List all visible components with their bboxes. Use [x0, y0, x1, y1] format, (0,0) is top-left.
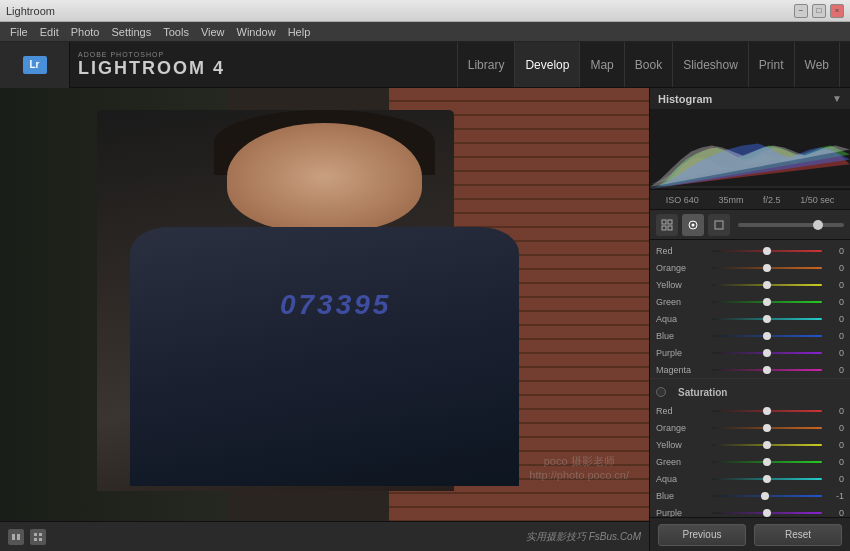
- window-title: Lightroom: [6, 5, 794, 17]
- grid-icon[interactable]: [30, 529, 46, 545]
- sat-purple-label: Purple: [656, 508, 708, 518]
- sat-orange-label: Orange: [656, 423, 708, 433]
- sat-orange-track[interactable]: [712, 427, 822, 429]
- previous-button[interactable]: Previous: [658, 524, 746, 546]
- tab-slideshow[interactable]: Slideshow: [673, 42, 749, 87]
- focal-info: 35mm: [718, 195, 743, 205]
- sat-red-track[interactable]: [712, 410, 822, 412]
- panel-footer: Previous Reset: [650, 517, 850, 551]
- saturation-toggle[interactable]: [656, 387, 666, 397]
- menu-window[interactable]: Window: [231, 26, 282, 38]
- sat-purple-track[interactable]: [712, 512, 822, 514]
- tools-slider[interactable]: [738, 223, 844, 227]
- hue-purple-row: Purple 0: [650, 344, 850, 361]
- iso-info: ISO 640: [666, 195, 699, 205]
- hue-purple-value: 0: [826, 348, 844, 358]
- hue-blue-row: Blue 0: [650, 327, 850, 344]
- svg-rect-8: [668, 220, 672, 224]
- aperture-info: f/2.5: [763, 195, 781, 205]
- tool-circle[interactable]: [682, 214, 704, 236]
- hue-aqua-value: 0: [826, 314, 844, 324]
- menu-tools[interactable]: Tools: [157, 26, 195, 38]
- menu-help[interactable]: Help: [282, 26, 317, 38]
- bottom-watermark: 实用摄影技巧 FsBus.CoM: [526, 530, 641, 544]
- tool-square[interactable]: [708, 214, 730, 236]
- menu-file[interactable]: File: [4, 26, 34, 38]
- hue-purple-track[interactable]: [712, 352, 822, 354]
- hue-red-label: Red: [656, 246, 708, 256]
- sat-aqua-track[interactable]: [712, 478, 822, 480]
- sat-green-row: Green 0: [650, 453, 850, 470]
- hue-blue-track[interactable]: [712, 335, 822, 337]
- svg-rect-4: [34, 538, 37, 541]
- menu-view[interactable]: View: [195, 26, 231, 38]
- hue-red-row: Red 0: [650, 242, 850, 259]
- tab-book[interactable]: Book: [625, 42, 673, 87]
- histogram-header[interactable]: Histogram ▼: [650, 88, 850, 110]
- sat-red-label: Red: [656, 406, 708, 416]
- sat-yellow-row: Yellow 0: [650, 436, 850, 453]
- hue-aqua-track[interactable]: [712, 318, 822, 320]
- svg-point-12: [692, 223, 695, 226]
- photo-area: 073395 poco 摄影老师 http://photo.poco.cn/ 实…: [0, 88, 650, 551]
- hue-yellow-value: 0: [826, 280, 844, 290]
- close-button[interactable]: ×: [830, 4, 844, 18]
- nav-tabs: Library Develop Map Book Slideshow Print…: [457, 42, 850, 87]
- sat-blue-row: Blue -1: [650, 487, 850, 504]
- hue-purple-label: Purple: [656, 348, 708, 358]
- maximize-button[interactable]: □: [812, 4, 826, 18]
- photo-display: 073395 poco 摄影老师 http://photo.poco.cn/: [0, 88, 649, 521]
- reset-button[interactable]: Reset: [754, 524, 842, 546]
- minimize-button[interactable]: −: [794, 4, 808, 18]
- menu-settings[interactable]: Settings: [105, 26, 157, 38]
- sat-green-track[interactable]: [712, 461, 822, 463]
- tab-develop[interactable]: Develop: [515, 42, 580, 87]
- sat-aqua-value: 0: [826, 474, 844, 484]
- sat-green-label: Green: [656, 457, 708, 467]
- hue-green-track[interactable]: [712, 301, 822, 303]
- window-controls: − □ ×: [794, 4, 844, 18]
- svg-rect-2: [34, 533, 37, 536]
- hue-yellow-row: Yellow 0: [650, 276, 850, 293]
- sat-yellow-track[interactable]: [712, 444, 822, 446]
- svg-rect-1: [17, 534, 20, 540]
- sat-blue-track[interactable]: [712, 495, 822, 497]
- shutter-info: 1/50 sec: [800, 195, 834, 205]
- tab-print[interactable]: Print: [749, 42, 795, 87]
- right-panel: Histogram ▼ ISO 640 35mm f/2.5: [650, 88, 850, 551]
- histogram-title: Histogram: [658, 93, 712, 105]
- photo-viewer[interactable]: 073395 poco 摄影老师 http://photo.poco.cn/: [0, 88, 649, 521]
- svg-rect-9: [662, 226, 666, 230]
- menu-edit[interactable]: Edit: [34, 26, 65, 38]
- filmstrip-icon[interactable]: [8, 529, 24, 545]
- tab-map[interactable]: Map: [580, 42, 624, 87]
- hue-aqua-row: Aqua 0: [650, 310, 850, 327]
- hue-orange-track[interactable]: [712, 267, 822, 269]
- hue-red-track[interactable]: [712, 250, 822, 252]
- sat-blue-value: -1: [826, 491, 844, 501]
- hue-green-label: Green: [656, 297, 708, 307]
- saturation-header: Saturation: [650, 378, 850, 402]
- hue-magenta-track[interactable]: [712, 369, 822, 371]
- svg-rect-13: [715, 221, 723, 229]
- hue-blue-label: Blue: [656, 331, 708, 341]
- hue-blue-value: 0: [826, 331, 844, 341]
- tool-grid[interactable]: [656, 214, 678, 236]
- histogram-area: [650, 110, 850, 190]
- sat-yellow-label: Yellow: [656, 440, 708, 450]
- adobe-label: ADOBE PHOTOSHOP: [78, 51, 225, 58]
- hue-red-value: 0: [826, 246, 844, 256]
- tools-row: [650, 210, 850, 240]
- hue-green-value: 0: [826, 297, 844, 307]
- lightroom-title: LIGHTROOM 4: [78, 58, 225, 79]
- tab-web[interactable]: Web: [795, 42, 840, 87]
- photo-suit: [130, 227, 519, 487]
- app-header: Lr ADOBE PHOTOSHOP LIGHTROOM 4 Library D…: [0, 42, 850, 88]
- hue-yellow-track[interactable]: [712, 284, 822, 286]
- sat-aqua-label: Aqua: [656, 474, 708, 484]
- app-title-block: ADOBE PHOTOSHOP LIGHTROOM 4: [70, 51, 225, 79]
- menu-photo[interactable]: Photo: [65, 26, 106, 38]
- sat-green-value: 0: [826, 457, 844, 467]
- svg-rect-5: [39, 538, 42, 541]
- tab-library[interactable]: Library: [457, 42, 516, 87]
